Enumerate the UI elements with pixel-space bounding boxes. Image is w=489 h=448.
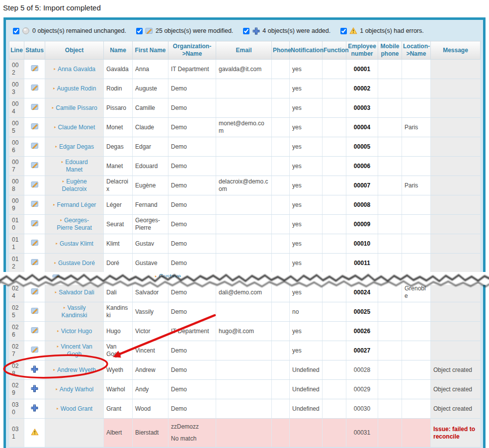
object-link[interactable]: Anna Gavalda	[58, 66, 95, 73]
summary-checkbox-added[interactable]	[243, 28, 249, 34]
cell-phone	[272, 157, 290, 176]
cell-name: Seurat	[104, 215, 133, 234]
cell-location	[402, 195, 431, 215]
cell-notification: yes	[290, 341, 323, 360]
object-link[interactable]: Gustave Doré	[58, 260, 95, 267]
object-link[interactable]: Camille Pissaro	[56, 104, 97, 111]
cell-line: 031	[9, 419, 24, 448]
pencil-icon	[145, 27, 153, 35]
cell-status	[24, 234, 45, 254]
cell-line: 028	[9, 360, 24, 380]
object-link[interactable]: Fernand Léger	[57, 201, 96, 208]
summary-checkbox-unchanged[interactable]	[13, 28, 19, 34]
cell-location	[402, 60, 431, 79]
cell-phone	[272, 79, 290, 98]
table-row: 005‣Claude MonetMonetClaudeDemomonet@dem…	[9, 118, 481, 137]
cell-object: ‣Eugène Delacroix	[45, 176, 104, 195]
cell-name: Klimt	[104, 234, 133, 254]
cell-message	[431, 302, 481, 322]
cell-email	[216, 79, 272, 98]
object-link[interactable]: Vincent Van Gogh	[61, 343, 92, 358]
import-results-table: LineStatusObjectNameFirst NameOrganizati…	[9, 41, 481, 448]
cell-first-name: Bierstadt	[133, 419, 168, 448]
column-header-function: Function	[323, 41, 346, 60]
cell-object: ‣Edgar Degas	[45, 137, 104, 157]
cell-mobile-phone	[378, 118, 402, 137]
page-title: Step 5 of 5: Import completed	[0, 0, 489, 17]
cell-organization: IT Department	[168, 60, 216, 79]
summary-bar: 0 objects(s) remained unchanged.25 objec…	[9, 26, 480, 41]
cell-message	[431, 60, 481, 79]
cell-email	[216, 419, 272, 448]
cell-mobile-phone	[378, 283, 402, 302]
object-link[interactable]: Andrew Wyeth	[57, 366, 96, 373]
object-link[interactable]: Andy Warhol	[60, 386, 93, 393]
cell-message	[431, 283, 481, 302]
summary-label: 0 objects(s) remained unchanged.	[32, 27, 126, 34]
cell-line: 004	[9, 98, 24, 118]
cell-status	[24, 79, 45, 98]
cell-location	[402, 234, 431, 254]
table-row: 028‣Andrew WyethWyethAndrewDemoUndefined…	[9, 360, 481, 380]
import-panel: 0 objects(s) remained unchanged.25 objec…	[3, 17, 486, 448]
table-row: 003‣Auguste RodinRodinAugusteDemoyes0000…	[9, 79, 481, 98]
object-link[interactable]: Eugène Delacroix	[62, 178, 86, 192]
object-link[interactable]: Edgar Degas	[59, 143, 94, 150]
object-link[interactable]: Gustav Klimt	[60, 240, 93, 247]
cell-object: ‣Victor Hugo	[45, 322, 104, 341]
object-link[interactable]: Wood Grant	[61, 405, 92, 412]
cell-location	[402, 399, 431, 419]
bullet-icon: ‣	[55, 241, 58, 247]
cell-first-name: Fernand	[133, 195, 168, 215]
cell-mobile-phone	[378, 360, 402, 380]
object-link[interactable]: Edouard Manet	[65, 159, 87, 173]
cell-organization: Demo	[168, 399, 216, 419]
cell-notification: yes	[290, 79, 323, 98]
object-link[interactable]: Auguste Rodin	[57, 85, 96, 92]
object-link[interactable]: Claude Monet	[58, 124, 95, 131]
cell-name: Degas	[104, 137, 133, 157]
cell-name: Manet	[104, 157, 133, 176]
table-row: 010‣Georges-Pierre SeuratSeuratGeorges-P…	[9, 215, 481, 234]
cell-line: 012	[9, 254, 24, 273]
cell-first-name: Vassily	[133, 302, 168, 322]
column-header-object: Object	[45, 41, 104, 60]
pencil-icon	[52, 273, 60, 277]
pencil-icon	[31, 200, 39, 208]
cell-function	[323, 302, 346, 322]
pencil-icon	[31, 258, 39, 266]
cell-object: ‣Vassily Kandinski	[45, 302, 104, 322]
warning-icon	[349, 27, 357, 35]
bullet-icon: ‣	[61, 160, 64, 165]
cell-phone	[272, 215, 290, 234]
cell-employee-number: 00004	[346, 118, 378, 137]
cell-message	[431, 157, 481, 176]
cell-message	[431, 79, 481, 98]
column-header-phone: Phone	[272, 41, 290, 60]
pencil-icon	[31, 142, 39, 150]
table-row: 006‣Edgar DegasDegasEdgarDemoyes00005	[9, 137, 481, 157]
cell-email	[216, 195, 272, 215]
pencil-icon	[31, 307, 39, 315]
summary-checkbox-errors[interactable]	[340, 28, 347, 34]
cell-notification: no	[290, 302, 323, 322]
summary-checkbox-modified[interactable]	[136, 28, 143, 34]
object-link[interactable]: Victor Hugo	[61, 328, 92, 335]
cell-organization: Demo	[168, 215, 216, 234]
table-row: 026‣Victor HugoHugoVictorIT Departmenthu…	[9, 322, 481, 341]
cell-object	[45, 419, 104, 448]
cell-notification: yes	[290, 118, 323, 137]
cell-location: Paris	[402, 176, 431, 195]
cell-object: ‣Salvador Dali	[45, 283, 104, 302]
cell-first-name: Wood	[133, 399, 168, 419]
cell-location	[402, 254, 431, 273]
pencil-icon	[31, 287, 39, 295]
object-link[interactable]: Salvador Dali	[59, 289, 94, 296]
cell-function	[323, 60, 346, 79]
cell-employee-number: 00031	[346, 419, 378, 448]
cell-location: Grenoble	[402, 283, 431, 302]
cell-name: Wyeth	[104, 360, 133, 380]
bullet-icon: ‣	[56, 406, 59, 412]
cell-function	[323, 215, 346, 234]
cell-email	[216, 157, 272, 176]
